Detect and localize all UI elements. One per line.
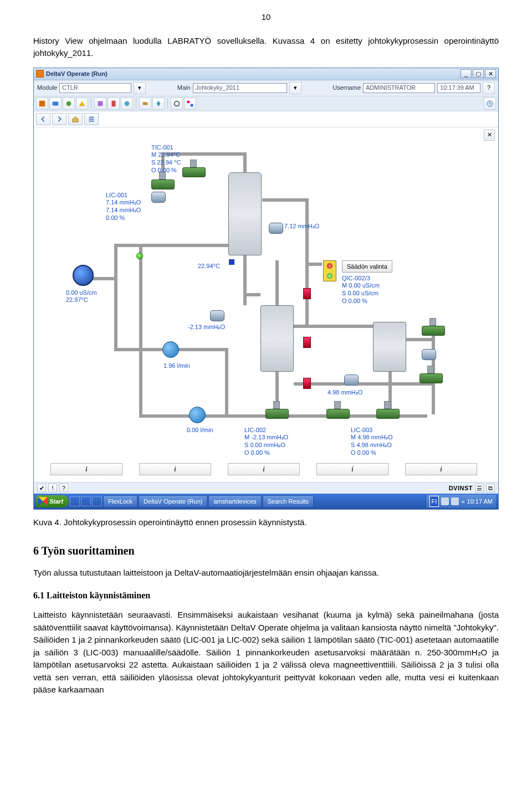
tool-btn-8[interactable] [139, 98, 151, 110]
flow-sensor-1 [162, 341, 179, 358]
nav-back-icon[interactable] [36, 113, 50, 125]
lic001-label: LIC-001 7.14 mmH₂O 7.14 mmH₂O 0.00 % [106, 192, 141, 222]
module-field[interactable]: CTLR [59, 83, 131, 93]
station-name: DVINST [449, 484, 473, 493]
username-field: ADMINISTRATOR [363, 83, 435, 93]
status-icon-2[interactable]: ⧉ [486, 484, 495, 493]
start-button[interactable]: Start [36, 495, 69, 508]
valve-lic001[interactable] [151, 177, 173, 191]
window-title: DeltaV Operate (Run) [46, 69, 459, 79]
transmitter-tank3 [344, 375, 359, 386]
valve-tank3-out[interactable] [376, 407, 398, 420]
lamp-red-icon [327, 263, 332, 269]
start-label: Start [49, 497, 63, 506]
tray-icon-1[interactable] [441, 497, 449, 505]
close-button[interactable]: ✕ [485, 69, 496, 78]
windows-taskbar: Start FlexLock DeltaV Operate (Run) amsh… [34, 494, 498, 509]
status-icon-1[interactable]: ☰ [475, 484, 484, 493]
valve-right[interactable] [420, 371, 442, 384]
quicklaunch-icon-1[interactable] [70, 496, 80, 506]
flow-bottom-label: 1.96 l/min [163, 362, 190, 370]
warn-icon[interactable]: ! [48, 484, 57, 493]
quicklaunch-icon-3[interactable] [92, 496, 102, 506]
quicklaunch-icon-2[interactable] [81, 496, 91, 506]
tool-btn-11[interactable] [184, 98, 196, 110]
nav-home-icon[interactable] [68, 113, 83, 125]
module-dropdown-icon[interactable]: ▾ [134, 82, 146, 94]
task-tab-search[interactable]: Search Results [263, 495, 314, 508]
section-6-title: 6 Työn suorittaminen [33, 542, 499, 559]
flow-sensor-2 [189, 407, 206, 423]
main-dropdown-icon[interactable]: ▾ [289, 82, 301, 94]
valve-lic003[interactable] [326, 407, 349, 420]
red-valve-3[interactable] [303, 378, 311, 389]
context-fieldbar: Module CTLR ▾ Main Johtokyky_2011 ▾ User… [34, 80, 498, 96]
conductivity-sensor [73, 265, 94, 286]
mid-level-label: -2.13 mmH₂O [188, 324, 225, 331]
hmi-workspace: ✕ [34, 127, 498, 482]
red-valve-1[interactable] [303, 288, 311, 299]
lamp-green-icon [327, 273, 332, 279]
help-icon[interactable]: ? [59, 484, 68, 493]
svg-rect-1 [53, 101, 59, 105]
valve-lic002[interactable] [265, 407, 288, 420]
ack-icon[interactable]: ✔ [37, 484, 46, 493]
led-1 [136, 253, 143, 259]
tray-expand-icon[interactable]: « [461, 497, 464, 506]
maximize-button[interactable]: ▢ [473, 69, 484, 78]
tank-2 [260, 305, 294, 372]
tool-btn-clock-icon[interactable] [484, 98, 496, 110]
lic002-label: LIC-002 M -2.13 mmH₂O S 0.00 mmH₂O O 0.0… [244, 427, 288, 457]
red-valve-2[interactable] [303, 337, 311, 348]
tool-btn-9[interactable] [152, 98, 165, 110]
window-titlebar: DeltaV Operate (Run) _ ▢ ✕ [34, 68, 498, 80]
tool-btn-4[interactable] [76, 98, 88, 110]
task-tab-deltav[interactable]: DeltaV Operate (Run) [139, 495, 207, 508]
section-6-intro: Työn alussa tutustutaan laitteistoon ja … [33, 567, 499, 579]
tool-btn-3[interactable] [63, 98, 75, 110]
minimize-button[interactable]: _ [461, 69, 472, 78]
info-pill-5[interactable]: i [405, 463, 477, 475]
section-6-1-body: Laitteisto käynnistetään seuraavasti. En… [33, 609, 499, 696]
main-label: Main [177, 83, 191, 93]
info-pill-2[interactable]: i [139, 463, 211, 475]
status-bar: ✔ ! ? DVINST ☰ ⧉ [34, 482, 498, 494]
tool-btn-6[interactable] [108, 98, 120, 110]
page-number: 10 [33, 11, 499, 24]
tool-btn-10[interactable] [171, 98, 183, 110]
tank1-right-label: 7.12 mmH₂O [284, 223, 319, 230]
svg-rect-6 [143, 102, 148, 105]
svg-point-7 [175, 101, 180, 106]
task-tab-flexlock[interactable]: FlexLock [103, 495, 137, 508]
tool-btn-1[interactable] [36, 98, 48, 110]
nav-forward-icon[interactable] [52, 113, 66, 125]
workspace-close-icon[interactable]: ✕ [484, 130, 495, 141]
tic001-label: TIC-001 M 22.94°C S 22.94 °C O 0.00 % [151, 144, 181, 175]
module-label: Module [37, 83, 57, 93]
tray-icon-2[interactable] [451, 497, 459, 505]
info-pill-4[interactable]: i [316, 463, 388, 475]
tool-btn-5[interactable] [94, 98, 106, 110]
info-pill-3[interactable]: i [228, 463, 300, 475]
main-field[interactable]: Johtokyky_2011 [193, 83, 287, 93]
tool-btn-7[interactable] [121, 98, 133, 110]
system-tray: FI « 10:17 AM [426, 495, 496, 509]
tray-clock: 10:17 AM [467, 497, 493, 506]
transmitter-lic001 [151, 192, 166, 203]
username-label: Username [332, 83, 361, 93]
valve-tic001[interactable] [182, 165, 204, 178]
valve-select-button[interactable]: Säädön valinta [342, 260, 392, 273]
nav-list-icon[interactable] [84, 113, 99, 125]
tool-btn-2[interactable] [49, 98, 62, 110]
info-pill-1[interactable]: i [50, 463, 122, 475]
tank-1 [228, 172, 262, 255]
svg-rect-4 [112, 100, 116, 106]
help-button[interactable]: ? [483, 82, 495, 94]
section-6-1-title: 6.1 Laitteiston käynnistäminen [33, 589, 499, 602]
svg-point-5 [125, 101, 130, 106]
svg-rect-8 [187, 100, 190, 102]
valve-far-right[interactable] [422, 324, 444, 337]
svg-rect-9 [191, 104, 193, 106]
tray-lang[interactable]: FI [429, 496, 439, 507]
task-tab-amshart[interactable]: amshartdevices [208, 495, 261, 508]
